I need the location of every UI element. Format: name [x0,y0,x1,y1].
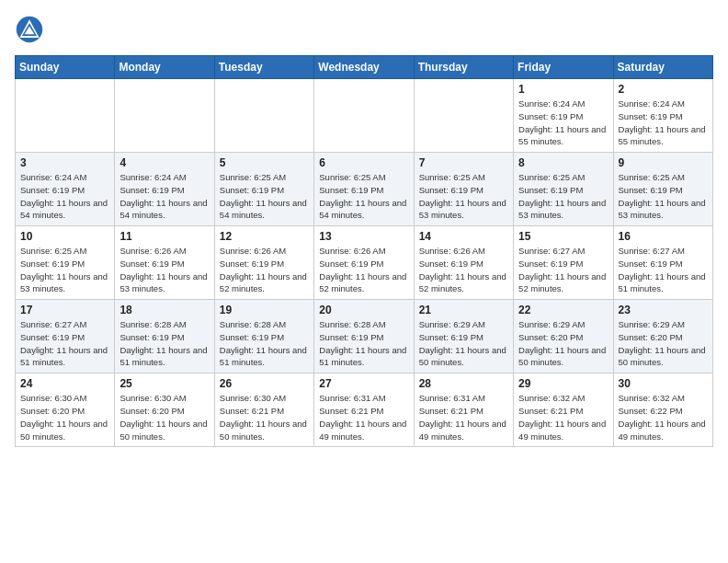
calendar-cell [115,79,214,153]
page-header [15,15,713,44]
day-info: Sunrise: 6:32 AM Sunset: 6:22 PM Dayligh… [619,392,708,442]
calendar-cell: 15Sunrise: 6:27 AM Sunset: 6:19 PM Dayli… [514,226,613,300]
col-header-saturday: Saturday [613,56,712,79]
day-info: Sunrise: 6:26 AM Sunset: 6:19 PM Dayligh… [319,245,408,295]
day-info: Sunrise: 6:24 AM Sunset: 6:19 PM Dayligh… [20,171,109,222]
day-info: Sunrise: 6:27 AM Sunset: 6:19 PM Dayligh… [20,318,109,369]
calendar-week-row: 24Sunrise: 6:30 AM Sunset: 6:20 PM Dayli… [16,373,713,447]
day-info: Sunrise: 6:28 AM Sunset: 6:19 PM Dayligh… [220,318,309,369]
calendar-cell: 9Sunrise: 6:25 AM Sunset: 6:19 PM Daylig… [613,153,712,226]
day-number: 2 [619,83,708,96]
day-number: 3 [20,156,109,169]
col-header-wednesday: Wednesday [314,56,414,79]
calendar-cell: 16Sunrise: 6:27 AM Sunset: 6:19 PM Dayli… [613,226,712,300]
calendar-cell: 3Sunrise: 6:24 AM Sunset: 6:19 PM Daylig… [16,153,115,226]
day-number: 9 [619,156,708,169]
day-info: Sunrise: 6:30 AM Sunset: 6:20 PM Dayligh… [119,392,209,442]
col-header-tuesday: Tuesday [214,56,313,79]
calendar-cell: 7Sunrise: 6:25 AM Sunset: 6:19 PM Daylig… [414,153,513,226]
day-number: 13 [319,230,408,243]
calendar-week-row: 1Sunrise: 6:24 AM Sunset: 6:19 PM Daylig… [16,79,713,153]
calendar-cell: 26Sunrise: 6:30 AM Sunset: 6:21 PM Dayli… [214,373,313,447]
day-info: Sunrise: 6:25 AM Sunset: 6:19 PM Dayligh… [20,245,109,295]
calendar-cell: 13Sunrise: 6:26 AM Sunset: 6:19 PM Dayli… [314,226,414,300]
calendar-cell: 30Sunrise: 6:32 AM Sunset: 6:22 PM Dayli… [613,373,712,447]
day-number: 20 [319,304,408,316]
day-info: Sunrise: 6:29 AM Sunset: 6:20 PM Dayligh… [518,318,608,369]
day-number: 14 [419,230,508,243]
day-number: 10 [20,230,109,243]
day-number: 25 [119,377,209,390]
day-number: 29 [518,377,608,390]
day-number: 5 [220,156,309,169]
day-info: Sunrise: 6:30 AM Sunset: 6:20 PM Dayligh… [20,392,109,442]
calendar-cell: 12Sunrise: 6:26 AM Sunset: 6:19 PM Dayli… [214,226,313,300]
calendar-cell: 2Sunrise: 6:24 AM Sunset: 6:19 PM Daylig… [613,79,712,153]
calendar-cell [414,79,513,153]
calendar-cell: 1Sunrise: 6:24 AM Sunset: 6:19 PM Daylig… [514,79,613,153]
calendar-cell [314,79,414,153]
col-header-monday: Monday [115,56,214,79]
day-info: Sunrise: 6:26 AM Sunset: 6:19 PM Dayligh… [220,245,309,295]
day-number: 7 [419,156,508,169]
day-number: 30 [619,377,708,390]
calendar-cell: 28Sunrise: 6:31 AM Sunset: 6:21 PM Dayli… [414,373,513,447]
day-info: Sunrise: 6:28 AM Sunset: 6:19 PM Dayligh… [319,318,408,369]
day-info: Sunrise: 6:24 AM Sunset: 6:19 PM Dayligh… [518,98,608,148]
calendar-cell: 6Sunrise: 6:25 AM Sunset: 6:19 PM Daylig… [314,153,414,226]
calendar-cell: 27Sunrise: 6:31 AM Sunset: 6:21 PM Dayli… [314,373,414,447]
day-info: Sunrise: 6:24 AM Sunset: 6:19 PM Dayligh… [119,171,209,222]
day-number: 8 [518,156,608,169]
day-info: Sunrise: 6:25 AM Sunset: 6:19 PM Dayligh… [220,171,309,222]
day-number: 21 [419,304,508,316]
col-header-thursday: Thursday [414,56,513,79]
day-info: Sunrise: 6:25 AM Sunset: 6:19 PM Dayligh… [619,171,708,222]
calendar-cell: 21Sunrise: 6:29 AM Sunset: 6:19 PM Dayli… [414,300,513,373]
day-number: 6 [319,156,408,169]
day-info: Sunrise: 6:25 AM Sunset: 6:19 PM Dayligh… [319,171,408,222]
day-number: 17 [20,304,109,316]
calendar-cell: 20Sunrise: 6:28 AM Sunset: 6:19 PM Dayli… [314,300,414,373]
calendar-cell: 18Sunrise: 6:28 AM Sunset: 6:19 PM Dayli… [115,300,214,373]
calendar-cell: 29Sunrise: 6:32 AM Sunset: 6:21 PM Dayli… [514,373,613,447]
calendar-cell: 5Sunrise: 6:25 AM Sunset: 6:19 PM Daylig… [214,153,313,226]
day-info: Sunrise: 6:31 AM Sunset: 6:21 PM Dayligh… [319,392,408,442]
day-info: Sunrise: 6:25 AM Sunset: 6:19 PM Dayligh… [518,171,608,222]
calendar-cell: 4Sunrise: 6:24 AM Sunset: 6:19 PM Daylig… [115,153,214,226]
day-number: 15 [518,230,608,243]
calendar-cell: 24Sunrise: 6:30 AM Sunset: 6:20 PM Dayli… [16,373,115,447]
day-number: 26 [220,377,309,390]
day-info: Sunrise: 6:27 AM Sunset: 6:19 PM Dayligh… [619,245,708,295]
day-number: 22 [518,304,608,316]
calendar-cell: 10Sunrise: 6:25 AM Sunset: 6:19 PM Dayli… [16,226,115,300]
calendar-cell: 11Sunrise: 6:26 AM Sunset: 6:19 PM Dayli… [115,226,214,300]
calendar-week-row: 17Sunrise: 6:27 AM Sunset: 6:19 PM Dayli… [16,300,713,373]
calendar-cell: 14Sunrise: 6:26 AM Sunset: 6:19 PM Dayli… [414,226,513,300]
col-header-friday: Friday [514,56,613,79]
day-info: Sunrise: 6:26 AM Sunset: 6:19 PM Dayligh… [119,245,209,295]
day-info: Sunrise: 6:29 AM Sunset: 6:19 PM Dayligh… [419,318,508,369]
calendar-cell: 8Sunrise: 6:25 AM Sunset: 6:19 PM Daylig… [514,153,613,226]
day-number: 16 [619,230,708,243]
calendar-cell: 17Sunrise: 6:27 AM Sunset: 6:19 PM Dayli… [16,300,115,373]
day-number: 23 [619,304,708,316]
day-info: Sunrise: 6:28 AM Sunset: 6:19 PM Dayligh… [119,318,209,369]
day-number: 28 [419,377,508,390]
day-info: Sunrise: 6:26 AM Sunset: 6:19 PM Dayligh… [419,245,508,295]
calendar-cell: 22Sunrise: 6:29 AM Sunset: 6:20 PM Dayli… [514,300,613,373]
day-number: 4 [119,156,209,169]
day-number: 12 [220,230,309,243]
logo [15,15,48,44]
day-number: 11 [119,230,209,243]
calendar-header-row: SundayMondayTuesdayWednesdayThursdayFrid… [16,56,713,79]
day-info: Sunrise: 6:32 AM Sunset: 6:21 PM Dayligh… [518,392,608,442]
calendar-week-row: 10Sunrise: 6:25 AM Sunset: 6:19 PM Dayli… [16,226,713,300]
day-info: Sunrise: 6:30 AM Sunset: 6:21 PM Dayligh… [220,392,309,442]
calendar-week-row: 3Sunrise: 6:24 AM Sunset: 6:19 PM Daylig… [16,153,713,226]
logo-icon [15,15,44,44]
calendar-cell [16,79,115,153]
day-number: 27 [319,377,408,390]
day-number: 18 [119,304,209,316]
col-header-sunday: Sunday [16,56,115,79]
calendar-cell [214,79,313,153]
